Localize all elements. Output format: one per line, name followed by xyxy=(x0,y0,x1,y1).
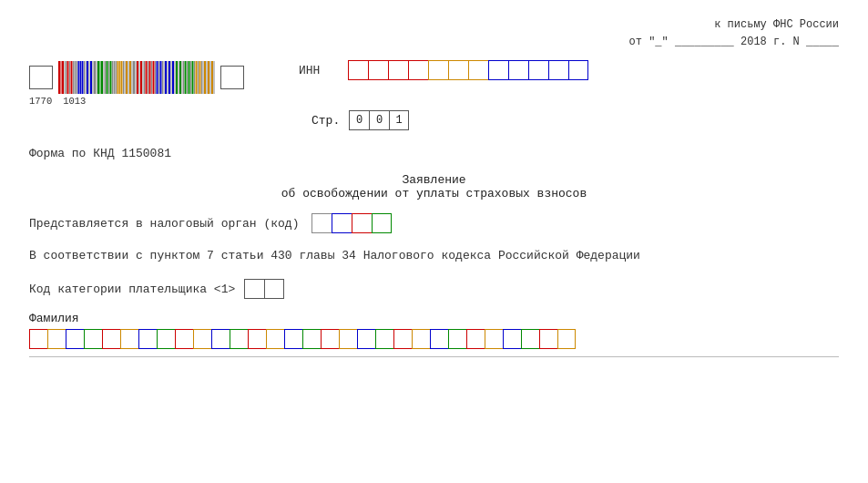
svg-rect-55 xyxy=(157,61,158,94)
svg-rect-12 xyxy=(80,61,81,94)
title-block: Заявление об освобождении от уплаты стра… xyxy=(29,173,839,200)
svg-rect-29 xyxy=(110,61,112,94)
kod-kategorii-cells xyxy=(244,279,284,299)
svg-rect-5 xyxy=(67,61,69,94)
svg-rect-37 xyxy=(125,61,126,94)
form-knd: Форма по КНД 1150081 xyxy=(29,147,839,160)
familiya-cells xyxy=(29,329,839,349)
svg-rect-70 xyxy=(183,61,184,94)
svg-rect-62 xyxy=(168,61,170,94)
top-reference: к письму ФНС России от "_" _________ 201… xyxy=(29,16,839,51)
svg-rect-13 xyxy=(82,61,84,94)
svg-rect-7 xyxy=(71,61,73,94)
barcode-numbers: 1770 1013 xyxy=(29,96,86,107)
svg-rect-81 xyxy=(203,61,204,94)
svg-rect-65 xyxy=(175,61,176,94)
svg-rect-68 xyxy=(179,61,181,94)
svg-rect-44 xyxy=(137,61,138,94)
svg-rect-42 xyxy=(133,61,135,94)
str-row: Стр. 001 xyxy=(311,110,839,130)
svg-rect-23 xyxy=(100,61,101,94)
svg-rect-76 xyxy=(194,61,195,94)
svg-rect-1 xyxy=(61,61,62,94)
familiya-row: Фамилия xyxy=(29,312,839,349)
barcode-left-box xyxy=(29,66,53,89)
svg-rect-15 xyxy=(86,61,87,94)
svg-rect-34 xyxy=(119,61,120,94)
svg-rect-4 xyxy=(66,61,66,94)
svg-rect-53 xyxy=(153,61,155,94)
svg-rect-78 xyxy=(198,61,199,94)
svg-rect-0 xyxy=(58,61,60,94)
nalog-cells xyxy=(311,213,392,233)
svg-rect-82 xyxy=(204,61,206,94)
svg-rect-31 xyxy=(114,61,116,94)
svg-rect-20 xyxy=(94,61,96,94)
svg-rect-30 xyxy=(112,61,113,94)
svg-rect-83 xyxy=(207,61,208,94)
nalogoviy-organ-label: Представляется в налоговый орган (код) xyxy=(29,217,299,231)
svg-rect-85 xyxy=(210,61,211,94)
svg-rect-48 xyxy=(144,61,145,94)
svg-rect-47 xyxy=(143,61,144,94)
svg-rect-24 xyxy=(101,61,103,94)
svg-rect-3 xyxy=(65,61,66,94)
inn-cells xyxy=(348,60,588,80)
barcode-right-box xyxy=(220,66,244,89)
sootvetstvii-text: В соответствии с пунктом 7 статьи 430 гл… xyxy=(29,246,839,266)
svg-rect-60 xyxy=(165,61,167,94)
svg-rect-56 xyxy=(158,61,159,94)
svg-rect-21 xyxy=(97,61,97,94)
svg-rect-14 xyxy=(84,61,85,94)
barcode-num-2: 1013 xyxy=(63,96,86,107)
svg-rect-36 xyxy=(123,61,124,94)
svg-rect-25 xyxy=(104,61,105,94)
svg-rect-66 xyxy=(176,61,178,94)
svg-rect-84 xyxy=(208,61,209,94)
svg-rect-17 xyxy=(89,61,90,94)
svg-rect-50 xyxy=(148,61,148,94)
svg-rect-33 xyxy=(117,61,119,94)
title-line2: об освобождении от уплаты страховых взно… xyxy=(29,187,839,200)
svg-rect-87 xyxy=(214,61,215,94)
bottom-divider xyxy=(29,356,839,357)
svg-rect-64 xyxy=(172,61,174,94)
svg-rect-40 xyxy=(129,61,131,94)
svg-rect-32 xyxy=(116,61,117,94)
svg-rect-26 xyxy=(105,61,106,94)
reference-line1: к письму ФНС России xyxy=(29,16,839,34)
svg-rect-58 xyxy=(162,61,163,94)
svg-rect-67 xyxy=(179,61,179,94)
svg-rect-73 xyxy=(189,61,190,94)
kod-kategorii-row: Код категории плательщика <1> xyxy=(29,279,839,299)
svg-rect-79 xyxy=(199,61,201,94)
svg-rect-28 xyxy=(108,61,109,94)
svg-rect-75 xyxy=(192,61,194,94)
svg-rect-52 xyxy=(151,61,152,94)
svg-rect-71 xyxy=(185,61,187,94)
svg-rect-77 xyxy=(196,61,198,94)
svg-rect-80 xyxy=(201,61,202,94)
svg-rect-19 xyxy=(93,61,94,94)
str-label: Стр. xyxy=(311,114,340,128)
svg-rect-43 xyxy=(136,61,137,94)
svg-rect-41 xyxy=(132,61,133,94)
svg-rect-59 xyxy=(164,61,165,94)
svg-rect-18 xyxy=(90,61,92,94)
inn-label: ИНН xyxy=(299,64,335,77)
svg-rect-54 xyxy=(155,61,156,94)
svg-rect-22 xyxy=(97,61,99,94)
barcode-num-1: 1770 xyxy=(29,96,52,107)
svg-rect-72 xyxy=(187,61,188,94)
svg-rect-86 xyxy=(211,61,213,94)
svg-rect-74 xyxy=(190,61,191,94)
svg-rect-63 xyxy=(171,61,172,94)
svg-rect-39 xyxy=(128,61,129,94)
svg-rect-38 xyxy=(126,61,128,94)
svg-rect-6 xyxy=(69,61,70,94)
kod-kategorii-label: Код категории плательщика <1> xyxy=(29,283,235,296)
svg-rect-10 xyxy=(77,61,77,94)
barcode-section: 1770 1013 xyxy=(29,60,244,107)
svg-rect-46 xyxy=(140,61,142,94)
svg-rect-27 xyxy=(107,61,108,94)
